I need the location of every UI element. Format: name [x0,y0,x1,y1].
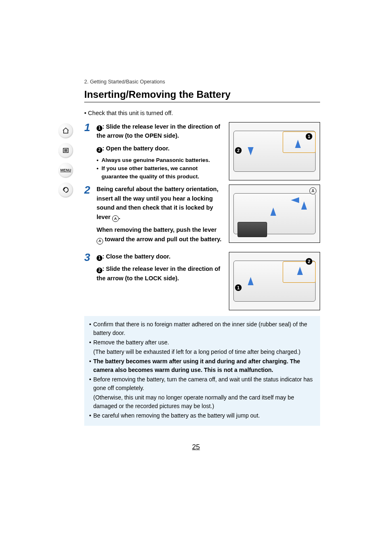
note-3: The battery becomes warm after using it … [93,358,300,373]
step3-line1: : Close the battery door. [102,253,171,260]
sidebar-nav: MENU [58,123,74,197]
menu-button[interactable]: MENU [58,163,73,178]
badge-1-icon: 1 [97,125,102,131]
page-content: 2. Getting Started/Basic Operations Inse… [84,79,320,426]
note-1: Confirm that there is no foreign matter … [93,320,315,337]
step-2: 2 Being careful about the battery orient… [84,185,320,248]
notes-box: •Confirm that there is no foreign matter… [84,316,320,426]
note-2a: Remove the battery after use. [93,339,169,346]
note-5: Be careful when removing the battery as … [93,411,315,420]
step-number: 1 [84,122,97,133]
breadcrumb: 2. Getting Started/Basic Operations [84,79,320,85]
step2-line1: Being careful about the battery orientat… [97,186,218,220]
step1-sub1: Always use genuine Panasonic batteries. [101,156,210,164]
fig1-badge1-icon: 1 [306,133,312,140]
list-icon[interactable] [58,143,73,158]
back-icon[interactable] [58,182,73,197]
figure-3: 2 1 [229,252,320,310]
home-icon[interactable] [58,123,73,138]
fig1-badge2-icon: 2 [235,147,242,154]
fig2-badgeA-icon: A [309,187,316,194]
figure-1: 1 2 [229,122,320,180]
badge-1-icon: 1 [97,255,102,261]
step1-line1: : Slide the release lever in the directi… [97,123,220,139]
badge-A-icon: A [97,238,103,245]
note-2b: (The battery will be exhausted if left f… [93,348,315,356]
note-4a: Before removing the battery, turn the ca… [93,375,315,392]
step1-line2: : Open the battery door. [102,145,170,152]
step-number: 2 [84,185,97,195]
badge-A-icon: A [112,215,119,222]
step2-line2b: toward the arrow and pull out the batter… [103,236,221,242]
step1-sub2: If you use other batteries, we cannot gu… [101,164,222,180]
note-4b: (Otherwise, this unit may no longer oper… [93,393,315,411]
badge-2-icon: 2 [97,147,102,153]
figure-2: A [229,185,320,243]
pre-note: • Check that this unit is turned off. [84,110,320,116]
fig3-badge2-icon: 2 [306,258,312,265]
page-number[interactable]: 25 [0,443,392,451]
step2-line1-tail: . [119,214,120,220]
step-1: 1 1: Slide the release lever in the dire… [84,122,320,180]
step3-line2: : Slide the release lever in the directi… [97,265,220,281]
step2-line2a: When removing the battery, push the leve… [97,226,217,233]
badge-2-icon: 2 [97,268,102,273]
step-number: 3 [84,252,97,263]
fig3-badge1-icon: 1 [235,284,242,291]
page-title: Inserting/Removing the Battery [84,89,320,102]
step-3: 3 1: Close the battery door. 2: Slide th… [84,252,320,310]
